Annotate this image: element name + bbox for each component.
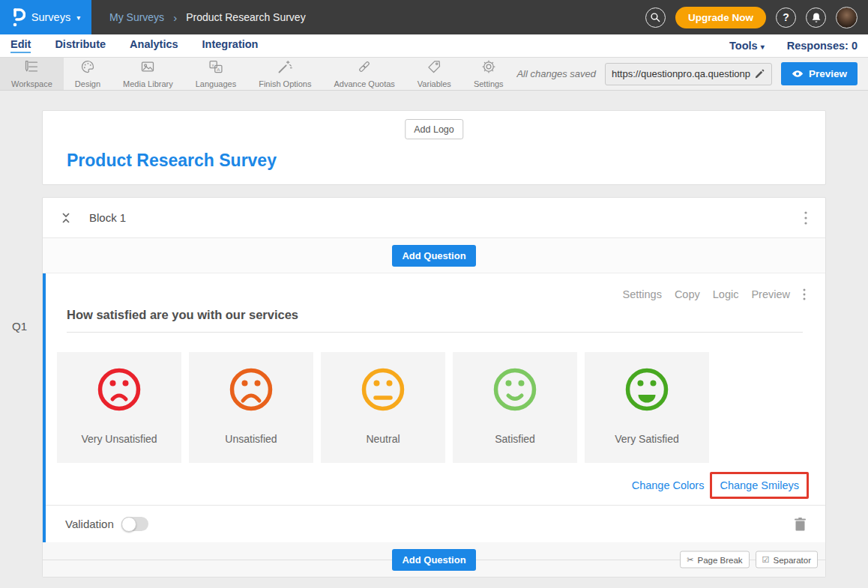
user-avatar[interactable] bbox=[836, 7, 858, 28]
scissors-icon: ✂ bbox=[687, 555, 693, 565]
validation-row: Validation bbox=[46, 505, 825, 542]
question-text[interactable]: How satisfied are you with our services bbox=[67, 308, 803, 333]
smiley-option[interactable]: Unsatisfied bbox=[189, 352, 313, 463]
block-header: Block 1 bbox=[43, 198, 825, 238]
question-toolbar: Settings Copy Logic Preview bbox=[46, 273, 825, 300]
tab-analytics[interactable]: Analytics bbox=[130, 38, 178, 53]
brand-menu[interactable]: Surveys ▾ bbox=[0, 0, 91, 34]
smiley-option[interactable]: Very Satisfied bbox=[585, 352, 709, 463]
tab-edit[interactable]: Edit bbox=[10, 38, 31, 53]
toolbar-item-finish-options[interactable]: Finish Options bbox=[247, 58, 322, 90]
add-question-row-bottom: Add Question ✂ Page Break ☑ Separator bbox=[43, 542, 825, 577]
tab-integration[interactable]: Integration bbox=[202, 38, 259, 53]
tag-icon bbox=[427, 59, 441, 77]
page-break-button[interactable]: ✂ Page Break bbox=[680, 551, 749, 569]
add-question-row-top: Add Question bbox=[43, 238, 825, 273]
palette-icon bbox=[80, 59, 95, 77]
question-logic-link[interactable]: Logic bbox=[713, 288, 739, 300]
separator-button[interactable]: ☑ Separator bbox=[756, 551, 818, 569]
brand-menu-label: Surveys bbox=[31, 11, 70, 23]
survey-title[interactable]: Product Research Survey bbox=[67, 151, 277, 171]
survey-header-card: Add Logo Product Research Survey bbox=[42, 110, 826, 185]
breadcrumb-current-survey: Product Research Survey bbox=[186, 11, 306, 23]
smiley-option[interactable]: Neutral bbox=[321, 352, 445, 463]
toolbar-item-languages[interactable]: xA Languages bbox=[184, 58, 247, 90]
question-settings-link[interactable]: Settings bbox=[622, 288, 661, 300]
collapse-block-icon[interactable] bbox=[61, 212, 71, 224]
breadcrumb: My Surveys › Product Research Survey bbox=[109, 11, 306, 24]
highlight-annotation-box: Change Smileys bbox=[710, 472, 809, 499]
toolbar-item-settings[interactable]: Settings bbox=[462, 58, 515, 90]
add-logo-button[interactable]: Add Logo bbox=[405, 119, 463, 139]
smiley-option-label: Unsatisfied bbox=[225, 433, 277, 445]
smiley-option-label: Satisfied bbox=[495, 433, 535, 445]
search-button[interactable] bbox=[645, 7, 666, 28]
change-smileys-link[interactable]: Change Smileys bbox=[720, 479, 799, 491]
save-status-text: All changes saved bbox=[516, 68, 596, 79]
block-kebab-menu-icon[interactable] bbox=[804, 211, 807, 225]
toolbar-item-variables[interactable]: Variables bbox=[406, 58, 462, 90]
question-preview-link[interactable]: Preview bbox=[751, 288, 790, 300]
top-navbar: Surveys ▾ My Surveys › Product Research … bbox=[0, 0, 868, 34]
upgrade-now-button[interactable]: Upgrade Now bbox=[675, 7, 766, 28]
smiley-face-icon bbox=[491, 352, 539, 416]
tab-distribute[interactable]: Distribute bbox=[55, 38, 106, 53]
svg-text:x: x bbox=[212, 62, 215, 67]
toggle-knob bbox=[121, 517, 136, 532]
smiley-face-icon bbox=[95, 352, 143, 416]
checkbox-checked-icon: ☑ bbox=[762, 555, 770, 565]
question-number-label: Q1 bbox=[12, 320, 27, 333]
editor-toolbar: Workspace Design Media Library xA Langua… bbox=[0, 57, 868, 91]
magic-wand-icon bbox=[277, 59, 292, 77]
help-button[interactable]: ? bbox=[776, 7, 796, 28]
breadcrumb-my-surveys[interactable]: My Surveys bbox=[109, 11, 164, 23]
smiley-option[interactable]: Satisfied bbox=[453, 352, 577, 463]
responses-count[interactable]: Responses: 0 bbox=[787, 40, 858, 52]
topnav-actions: Upgrade Now ? bbox=[645, 7, 868, 28]
workspace-icon bbox=[24, 59, 39, 77]
validation-toggle[interactable] bbox=[121, 517, 148, 531]
pencil-icon[interactable] bbox=[754, 68, 765, 79]
smiley-option-label: Very Unsatisfied bbox=[81, 433, 157, 445]
notifications-button[interactable] bbox=[806, 7, 826, 28]
preview-button[interactable]: Preview bbox=[781, 62, 858, 85]
smiley-option[interactable]: Very Unsatisfied bbox=[57, 352, 181, 463]
add-question-button-bottom[interactable]: Add Question bbox=[392, 549, 475, 571]
survey-canvas: Add Logo Product Research Survey Block 1… bbox=[0, 91, 868, 578]
toolbar-item-media-library[interactable]: Media Library bbox=[112, 58, 184, 90]
smiley-option-label: Neutral bbox=[366, 433, 400, 445]
svg-text:A: A bbox=[217, 67, 220, 72]
survey-url-field bbox=[605, 63, 772, 85]
delete-question-trash-icon[interactable] bbox=[795, 518, 806, 531]
question-copy-link[interactable]: Copy bbox=[675, 288, 700, 300]
section-tabs: Edit Distribute Analytics Integration bbox=[10, 38, 258, 53]
toolbar-item-design[interactable]: Design bbox=[64, 58, 112, 90]
question-kebab-menu-icon[interactable] bbox=[803, 288, 806, 300]
block-footer-actions: ✂ Page Break ☑ Separator bbox=[680, 551, 818, 569]
search-icon bbox=[650, 12, 660, 22]
smiley-option-label: Very Satisfied bbox=[615, 433, 679, 445]
smiley-face-icon bbox=[227, 352, 275, 416]
survey-section-nav: Edit Distribute Analytics Integration To… bbox=[0, 34, 868, 57]
eye-icon bbox=[792, 70, 804, 78]
chevron-down-icon: ▾ bbox=[761, 43, 765, 51]
add-question-button-top[interactable]: Add Question bbox=[392, 245, 475, 267]
chevron-down-icon: ▾ bbox=[76, 13, 80, 22]
toolbar-right: All changes saved Preview bbox=[516, 58, 868, 90]
smiley-scale: Very Unsatisfied Unsatisfied Neutral bbox=[57, 352, 825, 463]
smiley-face-icon bbox=[623, 352, 671, 416]
chain-link-icon bbox=[357, 59, 372, 77]
survey-url-input[interactable] bbox=[612, 68, 754, 79]
toolbar-item-workspace[interactable]: Workspace bbox=[0, 58, 64, 90]
validation-label: Validation bbox=[65, 518, 114, 530]
change-colors-link[interactable]: Change Colors bbox=[632, 479, 705, 491]
question-q1: Q1 Settings Copy Logic Preview How satis… bbox=[43, 273, 825, 542]
tools-dropdown[interactable]: Tools ▾ bbox=[729, 40, 765, 52]
gear-icon bbox=[481, 59, 496, 77]
question-links: Change Colors Change Smileys bbox=[46, 472, 809, 499]
bell-icon bbox=[811, 12, 822, 23]
questionpro-logo-icon bbox=[11, 7, 25, 28]
block-title[interactable]: Block 1 bbox=[89, 211, 126, 224]
toolbar-item-advance-quotas[interactable]: Advance Quotas bbox=[322, 58, 406, 90]
subnav-right: Tools ▾ Responses: 0 bbox=[729, 40, 858, 52]
